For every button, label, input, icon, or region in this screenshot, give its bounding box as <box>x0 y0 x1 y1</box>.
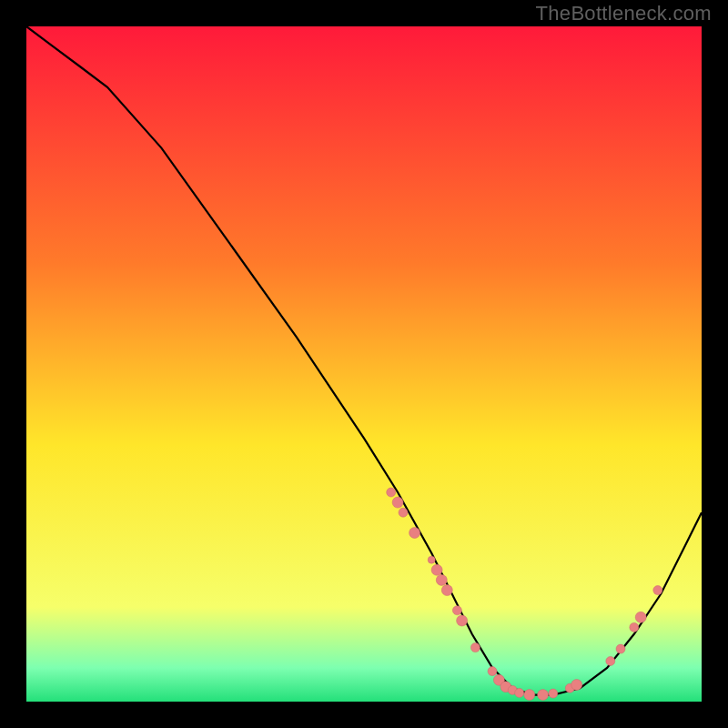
data-marker <box>387 488 396 497</box>
data-marker <box>616 644 625 653</box>
data-marker <box>630 622 639 632</box>
data-marker <box>515 688 524 697</box>
data-marker <box>549 689 558 698</box>
gradient-background <box>26 26 702 702</box>
plot-area <box>26 26 702 702</box>
data-marker <box>457 615 468 626</box>
data-marker <box>524 690 535 701</box>
data-marker <box>410 528 420 539</box>
chart-frame: TheBottleneck.com <box>0 0 728 728</box>
data-marker <box>470 643 480 652</box>
data-marker <box>538 690 549 701</box>
data-marker <box>392 497 403 508</box>
data-marker <box>436 574 447 585</box>
data-marker <box>441 585 452 596</box>
data-marker <box>452 606 461 615</box>
data-marker <box>399 508 408 517</box>
watermark-text: TheBottleneck.com <box>536 2 712 25</box>
data-marker <box>571 680 582 691</box>
data-marker <box>653 586 662 595</box>
data-marker <box>606 657 615 666</box>
data-marker <box>488 667 497 676</box>
data-marker <box>428 556 435 563</box>
data-marker <box>635 612 646 622</box>
data-marker <box>431 564 442 575</box>
bottleneck-chart <box>26 26 702 702</box>
